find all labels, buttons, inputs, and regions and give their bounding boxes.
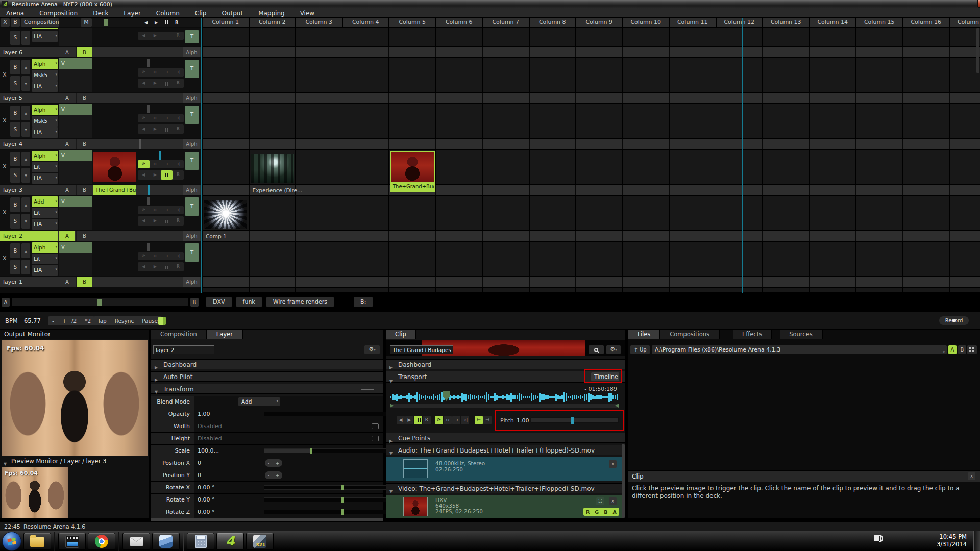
transport-mode-dropdown[interactable]: Timeline ▾ [591, 372, 619, 381]
column-header-11[interactable]: Column 11 [670, 18, 716, 27]
audio-thumbnail[interactable] [403, 459, 428, 478]
browser-tab-files[interactable]: Files [628, 330, 660, 339]
loop-icon[interactable]: ⟳ [435, 416, 443, 424]
stepper-minus[interactable]: - [268, 461, 270, 466]
layer-deck-b-button[interactable]: B [76, 185, 92, 195]
layer-blend-dropdown[interactable]: Alph▾ [32, 151, 58, 161]
layer-bypass-button[interactable]: B [10, 197, 20, 212]
loop-end-marker[interactable] [615, 404, 619, 408]
layer-solo-button[interactable]: S [10, 76, 20, 91]
stepper-plus[interactable]: + [276, 461, 280, 466]
play-forward-icon[interactable]: → [161, 253, 173, 260]
param-stepper[interactable]: -+ [265, 471, 282, 479]
layer-name[interactable]: layer 4 [3, 141, 22, 147]
record-icon[interactable]: R [173, 80, 184, 87]
play-once-icon[interactable]: →| [461, 416, 469, 424]
deck-tab-wire-frame-renders[interactable]: Wire frame renders [266, 297, 334, 307]
layer-bypass-button[interactable]: B [10, 152, 20, 166]
layer-deck-a-button[interactable]: A [59, 185, 75, 195]
layer-video-strip[interactable]: V [59, 104, 92, 138]
section-autopilot[interactable]: ▶ Auto Pilot [151, 371, 383, 382]
prev-frame-icon[interactable]: ◀ [138, 80, 150, 87]
loop-icon[interactable]: ⟳ [138, 69, 150, 76]
pause-icon[interactable] [165, 20, 168, 24]
browser-tab-compositions[interactable]: Compositions [660, 330, 720, 339]
tap-button[interactable]: Tap [93, 318, 111, 324]
composition-label-button[interactable]: Composition [21, 18, 59, 27]
layer-name[interactable]: layer 3 [3, 187, 22, 193]
layer-deck-a-button[interactable]: A [59, 231, 75, 241]
play-once-icon[interactable]: →| [173, 207, 184, 214]
close-button[interactable]: × [977, 0, 980, 8]
layer-gear-button[interactable]: ⚙▾ [364, 345, 380, 354]
layer-down-icon[interactable]: ▼ [21, 122, 30, 137]
browser-tab-sources[interactable]: Sources [780, 330, 823, 339]
layer-blend-dropdown[interactable]: Add▾ [32, 196, 58, 207]
play-icon[interactable]: ▶ [405, 416, 413, 424]
prev-frame-icon[interactable]: ◀ [397, 416, 405, 424]
play-icon[interactable]: ▶ [150, 80, 161, 87]
composition-master-button[interactable]: M [81, 18, 92, 27]
trigger-style-icon[interactable]: ⊢ [475, 416, 483, 424]
prev-frame-icon[interactable]: ◀ [138, 217, 150, 224]
stepper-minus[interactable]: - [268, 473, 270, 478]
clip-gear-button[interactable]: ⚙▾ [606, 345, 621, 354]
record-icon[interactable]: R [423, 416, 431, 424]
column-header-8[interactable]: Column 8 [530, 18, 576, 27]
param-checkbox[interactable] [372, 423, 379, 429]
play-once-icon[interactable]: →| [173, 253, 184, 260]
master-fader-handle[interactable] [104, 19, 108, 26]
layer-up-icon[interactable]: ▲ [21, 106, 30, 120]
layer-video-strip[interactable]: V [59, 196, 92, 230]
show-desktop-button[interactable] [973, 531, 980, 551]
section-dashboard[interactable]: ▶ Dashboard [151, 359, 383, 369]
taskbar-media-player-button[interactable] [58, 533, 86, 550]
loop-icon[interactable]: ⟳ [138, 115, 150, 122]
bounce-icon[interactable]: ↔ [150, 69, 161, 76]
bpm-half-button[interactable]: /2 [67, 318, 81, 324]
loop-icon[interactable]: ⟳ [138, 207, 150, 214]
layer-solo-button[interactable]: S [10, 168, 20, 183]
loop-start-marker[interactable] [390, 404, 394, 408]
column-header-9[interactable]: Column 9 [576, 18, 622, 27]
layer-up-icon[interactable]: ▲ [21, 197, 30, 212]
bounce-icon[interactable]: ↔ [150, 115, 161, 122]
record-icon[interactable]: R [173, 126, 184, 133]
next-column-icon[interactable]: ▶ [155, 20, 158, 25]
play-forward-icon[interactable]: → [161, 207, 173, 214]
layer-video-strip[interactable] [59, 28, 92, 46]
deck-tab-b[interactable]: B: [354, 297, 373, 307]
record-icon[interactable]: R [173, 171, 184, 179]
layer-solo-button[interactable]: S [10, 260, 20, 274]
tab-layer[interactable]: Layer [207, 330, 243, 339]
pause-icon[interactable] [161, 170, 173, 180]
section-transform[interactable]: ▼ Transform [151, 384, 383, 394]
section-cue-points[interactable]: ▶ Cue Points [386, 433, 625, 443]
slider-handle[interactable] [341, 485, 344, 490]
browser-view-toggle[interactable] [967, 345, 977, 354]
section-transport[interactable]: ▼ Transport [386, 371, 625, 383]
column-header-14[interactable]: Column 14 [810, 18, 856, 27]
layer-bypass-button[interactable]: B [10, 60, 20, 74]
taskbar-calculator-button[interactable] [187, 533, 214, 550]
pause-icon[interactable] [414, 416, 422, 424]
play-once-icon[interactable]: →| [173, 69, 184, 76]
layer-trigger-first-button[interactable]: T [185, 106, 199, 124]
taskbar-mpc-hc-button[interactable]: 321 [246, 533, 274, 550]
layer-deck-a-button[interactable]: A [59, 139, 75, 149]
composition-bypass-button[interactable]: B [11, 18, 20, 27]
stepper-plus[interactable]: + [276, 473, 280, 478]
clip-label[interactable]: The+Grand+Bud... [391, 182, 434, 191]
play-icon[interactable]: ▶ [150, 263, 161, 270]
menu-column[interactable]: Column [156, 10, 180, 17]
section-audio-track[interactable]: ▼ Audio: The+Grand+Budapest+Hotel+Traile… [386, 445, 625, 455]
layer-trigger-first-button[interactable]: T [185, 30, 199, 43]
column-header-17[interactable]: Column 17 [950, 18, 980, 27]
menu-mapping[interactable]: Mapping [258, 10, 285, 17]
layer-deck-b-button[interactable]: B [76, 139, 92, 149]
bounce-icon[interactable]: ↔ [150, 253, 161, 260]
pitch-value[interactable]: 1.00 [517, 417, 529, 424]
blend-mode-dropdown[interactable]: Add▾ [238, 397, 280, 406]
layer-deck-a-button[interactable]: A [59, 93, 75, 103]
layer-deck-a-button[interactable]: A [59, 47, 75, 57]
